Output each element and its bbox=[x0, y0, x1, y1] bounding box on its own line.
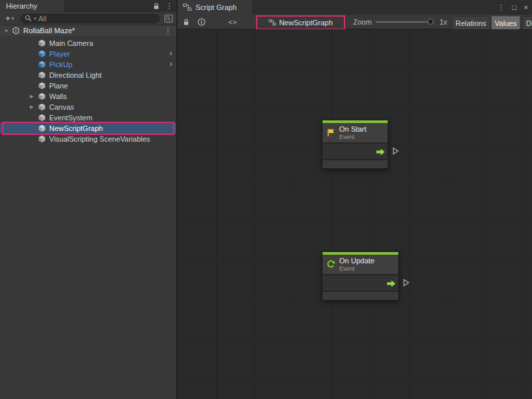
hierarchy-tree: Main Camera Player › PickUp › Directiona… bbox=[0, 38, 176, 399]
node-title: On Start bbox=[339, 125, 366, 134]
update-loop-icon bbox=[327, 260, 335, 269]
scene-menu-icon[interactable]: ⋮ bbox=[164, 27, 172, 35]
item-label: Directional Light bbox=[49, 70, 102, 80]
tab-script-graph[interactable]: Script Graph bbox=[178, 0, 252, 15]
node-subtitle: Event bbox=[339, 265, 374, 272]
hierarchy-item-player[interactable]: Player › bbox=[0, 49, 176, 59]
tab-hierarchy[interactable]: Hierarchy bbox=[0, 0, 64, 12]
node-footer bbox=[323, 292, 398, 300]
hierarchy-item-main-camera[interactable]: Main Camera bbox=[0, 38, 176, 49]
node-on-start[interactable]: On Start Event bbox=[322, 120, 388, 169]
node-header: On Start Event bbox=[323, 123, 388, 144]
node-port-row bbox=[323, 275, 398, 292]
relations-label: Relations bbox=[456, 19, 486, 27]
panel-menu-icon[interactable]: ⋮ bbox=[166, 3, 173, 10]
gameobject-icon bbox=[38, 135, 46, 143]
code-preview-icon[interactable]: <> bbox=[228, 15, 237, 29]
connection-port-icon[interactable] bbox=[403, 279, 410, 287]
gameobject-icon bbox=[38, 114, 46, 122]
relations-toggle-button[interactable]: Relations bbox=[452, 16, 490, 31]
node-header: On Update Event bbox=[323, 255, 398, 275]
item-label: PickUp bbox=[49, 59, 72, 70]
search-input[interactable]: ▾ All bbox=[21, 14, 160, 23]
item-label: Player bbox=[49, 49, 70, 59]
scene-picker-icon[interactable] bbox=[164, 15, 173, 23]
node-port-row bbox=[323, 144, 388, 160]
maximize-icon[interactable]: □ bbox=[512, 4, 517, 11]
hierarchy-item-eventsystem[interactable]: EventSystem bbox=[0, 112, 176, 123]
graph-toolbar: <> NewScriptGraph Zoom 1x Relations Valu… bbox=[178, 15, 532, 29]
collapse-arrow-icon[interactable]: ▼ bbox=[4, 29, 9, 33]
node-on-update[interactable]: On Update Event bbox=[322, 251, 399, 301]
node-title: On Update bbox=[339, 257, 374, 265]
hierarchy-panel: Hierarchy ⋮ + ▾ ▾ All ▼ RollaBall bbox=[0, 0, 178, 399]
scene-name: RollaBall Maze* bbox=[23, 27, 75, 35]
item-label: Walls bbox=[49, 91, 66, 102]
hierarchy-toolbar: + ▾ ▾ All bbox=[0, 12, 176, 25]
script-graph-asset-icon bbox=[269, 19, 276, 26]
zoom-slider-thumb[interactable] bbox=[428, 19, 434, 25]
hierarchy-item-walls[interactable]: ▶ Walls bbox=[0, 91, 176, 102]
item-label: Plane bbox=[49, 80, 68, 91]
flow-output-port-icon[interactable] bbox=[376, 148, 385, 156]
graph-title-breadcrumb[interactable]: NewScriptGraph bbox=[256, 15, 345, 30]
zoom-label: Zoom bbox=[353, 15, 372, 29]
search-scope-label: All bbox=[39, 15, 47, 23]
item-label: Main Camera bbox=[49, 38, 93, 49]
info-icon[interactable] bbox=[198, 15, 205, 29]
prefab-open-chevron-icon[interactable]: › bbox=[170, 59, 172, 69]
flow-output-port-icon[interactable] bbox=[387, 280, 396, 287]
node-footer bbox=[323, 160, 388, 168]
hierarchy-item-plane[interactable]: Plane bbox=[0, 80, 176, 91]
dim-label: Di bbox=[526, 19, 532, 27]
prefab-icon bbox=[38, 61, 46, 68]
gameobject-icon bbox=[38, 92, 46, 100]
tab-script-graph-label: Script Graph bbox=[196, 3, 237, 11]
lock-icon[interactable] bbox=[153, 3, 160, 10]
zoom-value: 1x bbox=[440, 15, 448, 29]
window-menu-icon[interactable]: ⋮ bbox=[497, 4, 505, 11]
chevron-down-icon: ▾ bbox=[12, 16, 15, 21]
graph-icon bbox=[183, 3, 192, 11]
graph-title-label: NewScriptGraph bbox=[279, 19, 333, 27]
plus-icon: + bbox=[5, 13, 11, 23]
hierarchy-item-directional-light[interactable]: Directional Light bbox=[0, 70, 176, 80]
expand-arrow-icon[interactable]: ▶ bbox=[30, 91, 33, 102]
hierarchy-item-pickup[interactable]: PickUp › bbox=[0, 59, 176, 70]
hierarchy-item-newscriptgraph[interactable]: NewScriptGraph bbox=[0, 123, 176, 134]
chevron-down-icon: ▾ bbox=[34, 16, 37, 21]
graph-tabbar: Script Graph ⋮ □ × bbox=[178, 0, 532, 15]
unity-scene-icon bbox=[12, 27, 20, 35]
prefab-icon bbox=[38, 50, 46, 58]
dim-toggle-button[interactable]: Di bbox=[522, 16, 532, 31]
item-label: Canvas bbox=[49, 102, 74, 112]
gameobject-icon bbox=[38, 71, 46, 79]
lock-icon[interactable] bbox=[183, 15, 190, 29]
values-toggle-button[interactable]: Values bbox=[491, 16, 520, 31]
add-object-button[interactable]: + ▾ bbox=[3, 13, 16, 23]
zoom-slider[interactable] bbox=[376, 21, 434, 23]
connection-port-icon[interactable] bbox=[392, 147, 399, 155]
gameobject-icon bbox=[38, 103, 46, 111]
hierarchy-tabbar: Hierarchy ⋮ bbox=[0, 0, 176, 12]
node-subtitle: Event bbox=[339, 134, 366, 140]
search-icon bbox=[25, 15, 32, 22]
hierarchy-item-canvas[interactable]: ▶ Canvas bbox=[0, 102, 176, 112]
flag-icon bbox=[327, 128, 335, 137]
prefab-open-chevron-icon[interactable]: › bbox=[170, 49, 172, 59]
item-label: VisualScripting SceneVariables bbox=[49, 134, 150, 144]
scene-header[interactable]: ▼ RollaBall Maze* ⋮ bbox=[0, 25, 176, 36]
item-label: EventSystem bbox=[49, 112, 92, 123]
gameobject-icon bbox=[38, 39, 46, 47]
tab-hierarchy-label: Hierarchy bbox=[6, 2, 37, 10]
expand-arrow-icon[interactable]: ▶ bbox=[30, 102, 33, 112]
script-graph-panel: Script Graph ⋮ □ × <> NewScriptGraph Zoo… bbox=[178, 0, 532, 399]
gameobject-icon bbox=[38, 124, 46, 132]
values-label: Values bbox=[495, 19, 517, 27]
gameobject-icon bbox=[38, 82, 46, 90]
close-icon[interactable]: × bbox=[524, 4, 528, 11]
item-label: NewScriptGraph bbox=[49, 123, 103, 134]
hierarchy-item-scenevariables[interactable]: VisualScripting SceneVariables bbox=[0, 134, 176, 144]
graph-canvas[interactable]: On Start Event On Update bbox=[178, 29, 532, 399]
